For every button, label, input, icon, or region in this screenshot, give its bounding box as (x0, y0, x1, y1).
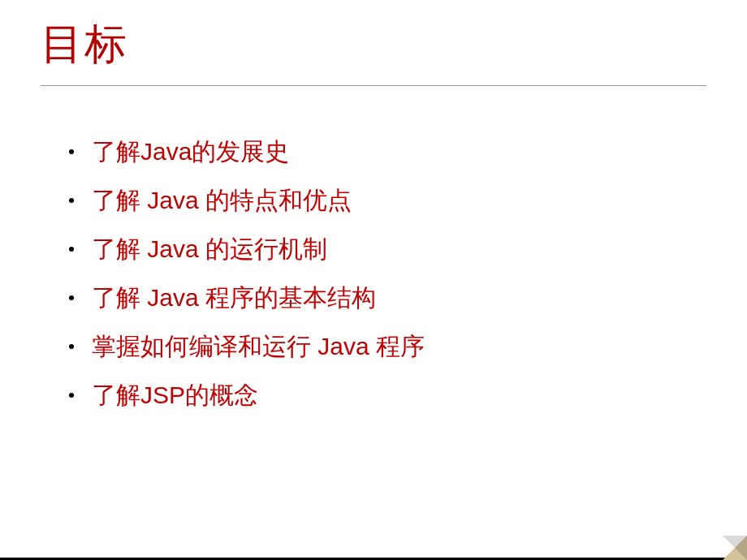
bullet-text: 了解 Java 程序的基本结构 (92, 281, 376, 315)
list-item: 了解 Java 的运行机制 (69, 232, 706, 266)
bullet-icon (69, 295, 74, 300)
list-item: 了解 Java 的特点和优点 (69, 183, 706, 218)
slide-container: 目标 了解Java的发展史 了解 Java 的特点和优点 了解 Java 的运行… (0, 0, 747, 560)
bullet-text: 了解 Java 的运行机制 (92, 232, 327, 266)
bullet-icon (69, 247, 74, 252)
list-item: 掌握如何编译和运行 Java 程序 (69, 330, 706, 364)
bullet-text: 了解Java的发展史 (92, 135, 289, 169)
bullet-icon (69, 393, 74, 398)
bullet-icon (69, 344, 74, 349)
bullet-text: 掌握如何编译和运行 Java 程序 (92, 330, 425, 364)
list-item: 了解Java的发展史 (69, 135, 706, 169)
bullet-text: 了解JSP的概念 (92, 378, 258, 412)
page-corner-fold-icon (723, 536, 747, 560)
bullet-icon (69, 198, 74, 203)
content-area: 了解Java的发展史 了解 Java 的特点和优点 了解 Java 的运行机制 … (41, 135, 706, 412)
list-item: 了解 Java 程序的基本结构 (69, 281, 706, 315)
list-item: 了解JSP的概念 (69, 378, 706, 412)
bullet-text: 了解 Java 的特点和优点 (92, 183, 352, 218)
bullet-icon (69, 149, 74, 154)
title-area: 目标 (41, 16, 706, 86)
slide-title: 目标 (41, 16, 706, 73)
